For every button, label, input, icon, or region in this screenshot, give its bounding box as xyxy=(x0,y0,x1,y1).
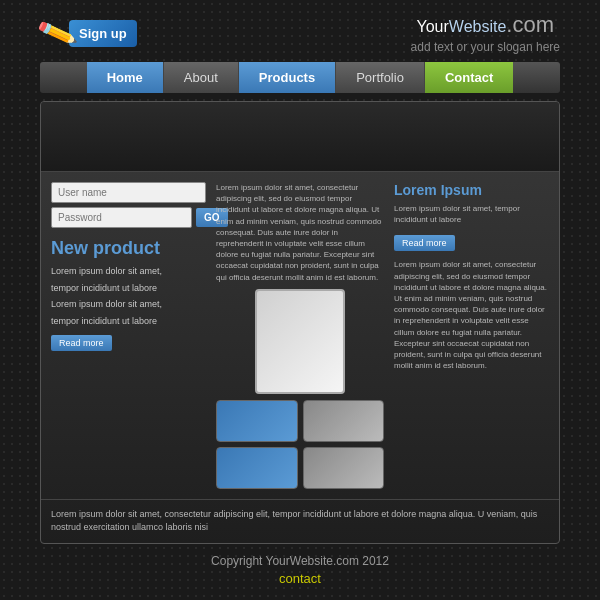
box-gray-2 xyxy=(303,447,385,489)
banner-area xyxy=(41,102,559,172)
contact-link[interactable]: contact xyxy=(40,571,560,586)
box-gray-1 xyxy=(303,400,385,442)
nav-products[interactable]: Products xyxy=(239,62,336,93)
logo-area: YourWebsite.com add text or your slogan … xyxy=(411,12,560,54)
navigation: Home About Products Portfolio Contact xyxy=(40,62,560,93)
logo-dotcom: .com xyxy=(506,12,554,37)
small-boxes xyxy=(216,400,384,489)
signup-area: ✏️ Sign up xyxy=(40,17,137,50)
middle-column: Lorem ipsum dolor sit amet, consectetur … xyxy=(216,182,384,489)
product-image xyxy=(255,289,345,394)
product-text-4: tempor incididunt ut labore xyxy=(51,315,206,328)
content-grid: GO New product Lorem ipsum dolor sit ame… xyxy=(41,172,559,499)
logo-slogan: add text or your slogan here xyxy=(411,40,560,54)
login-form: GO xyxy=(51,182,206,228)
footer: Copyright YourWebsite.com 2012 contact xyxy=(40,544,560,591)
mid-text: Lorem ipsum dolor sit amet, consectetur … xyxy=(216,182,384,283)
product-text-3: Lorem ipsum dolor sit amet, xyxy=(51,298,206,311)
product-text-1: Lorem ipsum dolor sit amet, xyxy=(51,265,206,278)
right-column: Lorem Ipsum Lorem ipsum dolor sit amet, … xyxy=(394,182,549,489)
bottom-text-area: Lorem ipsum dolor sit amet, consectetur … xyxy=(41,499,559,543)
username-input[interactable] xyxy=(51,182,206,203)
lorem-ipsum-title: Lorem Ipsum xyxy=(394,182,549,198)
read-more-button-left[interactable]: Read more xyxy=(51,335,112,351)
logo-website: Website xyxy=(449,18,507,35)
pencil-icon: ✏️ xyxy=(35,12,79,55)
right-col-text: Lorem ipsum dolor sit amet, consectetur … xyxy=(394,259,549,371)
box-blue-1 xyxy=(216,400,298,442)
logo-your: Your xyxy=(417,18,449,35)
lorem-ipsum-text: Lorem ipsum dolor sit amet, tempor incid… xyxy=(394,203,549,225)
nav-portfolio[interactable]: Portfolio xyxy=(336,62,425,93)
nav-home[interactable]: Home xyxy=(87,62,164,93)
header: ✏️ Sign up YourWebsite.com add text or y… xyxy=(40,0,560,62)
main-container: GO New product Lorem ipsum dolor sit ame… xyxy=(40,101,560,544)
nav-contact[interactable]: Contact xyxy=(425,62,513,93)
password-input[interactable] xyxy=(51,207,192,228)
nav-about[interactable]: About xyxy=(164,62,239,93)
product-title: New product xyxy=(51,238,206,259)
product-text-2: tempor incididunt ut labore xyxy=(51,282,206,295)
copyright: Copyright YourWebsite.com 2012 xyxy=(40,554,560,568)
left-column: GO New product Lorem ipsum dolor sit ame… xyxy=(51,182,206,489)
read-more-button-right[interactable]: Read more xyxy=(394,235,455,251)
box-blue-2 xyxy=(216,447,298,489)
